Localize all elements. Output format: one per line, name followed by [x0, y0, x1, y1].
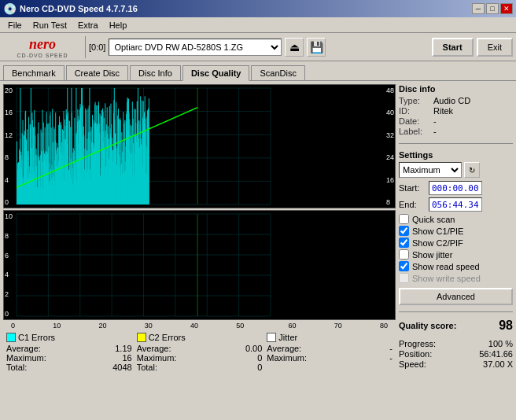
- jitter-legend-label: Jitter: [278, 333, 297, 342]
- menu-extra[interactable]: Extra: [73, 20, 103, 31]
- jitter-avg-row: Average: -: [267, 344, 393, 353]
- c2-legend: C2 Errors Average: 0.00 Maximum: 0 Total…: [137, 333, 263, 372]
- c1-total-val: 4048: [112, 363, 131, 372]
- c2-total-label: Total:: [137, 363, 157, 372]
- c2-max-label: Maximum:: [137, 353, 177, 363]
- show-c2pif-checkbox[interactable]: [399, 238, 409, 248]
- c2-total-val: 0: [257, 363, 262, 372]
- show-write-speed-checkbox[interactable]: [399, 273, 409, 283]
- x-20: 20: [98, 322, 106, 330]
- show-c1pie-label: Show C1/PIE: [412, 227, 463, 236]
- settings-refresh-button[interactable]: ↻: [464, 162, 480, 178]
- progress-section: Progress: 100 % Position: 56:41.66 Speed…: [399, 339, 513, 369]
- quick-scan-checkbox[interactable]: [399, 214, 409, 224]
- close-button[interactable]: ✕: [500, 3, 513, 14]
- menu-help[interactable]: Help: [105, 20, 132, 31]
- c1-legend-label: C1 Errors: [18, 333, 55, 342]
- type-value: Audio CD: [433, 96, 470, 105]
- label-label: Label:: [399, 127, 430, 136]
- save-icon-button[interactable]: 💾: [307, 38, 326, 57]
- c2-max-val: 0: [257, 353, 262, 363]
- x-0: 0: [11, 322, 15, 330]
- drive-dropdown[interactable]: Optiarc DVD RW AD-5280S 1.ZG: [109, 39, 282, 56]
- c1-avg-val: 1.19: [115, 344, 131, 353]
- tab-scan-disc[interactable]: ScanDisc: [251, 65, 304, 80]
- main-content: 20 16 12 8 4 0 48 40 32 24 16 8 10: [0, 81, 516, 377]
- position-row: Position: 56:41.66: [399, 349, 513, 359]
- disc-label-row: Label: -: [399, 127, 513, 136]
- y-top-right-24: 24: [386, 153, 394, 161]
- id-label: ID:: [399, 106, 430, 116]
- progress-value: 100 %: [488, 339, 513, 348]
- menu-run-test[interactable]: Run Test: [28, 20, 72, 31]
- x-70: 70: [334, 322, 342, 330]
- c1-total-row: Total: 4048: [6, 363, 132, 372]
- date-value: -: [433, 116, 437, 126]
- tab-benchmark[interactable]: Benchmark: [3, 65, 64, 80]
- start-button[interactable]: Start: [432, 38, 474, 57]
- legend: C1 Errors Average: 1.19 Maximum: 16 Tota…: [3, 331, 396, 374]
- show-c1pie-row: Show C1/PIE: [399, 226, 513, 236]
- jitter-legend: Jitter Average: - Maximum: -: [267, 333, 393, 372]
- tab-create-disc[interactable]: Create Disc: [66, 65, 128, 80]
- x-10: 10: [53, 322, 61, 330]
- jitter-max-label: Maximum:: [267, 353, 307, 363]
- show-read-speed-checkbox[interactable]: [399, 261, 409, 271]
- x-axis-labels: 0 10 20 30 40 50 60 70 80: [3, 322, 396, 330]
- eject-icon-button[interactable]: ⏏: [285, 38, 304, 57]
- c2-max-row: Maximum: 0: [137, 353, 263, 363]
- quick-scan-row: Quick scan: [399, 214, 513, 224]
- end-input[interactable]: [429, 197, 482, 212]
- speed-dropdown[interactable]: Maximum: [399, 162, 462, 178]
- show-read-speed-label: Show read speed: [412, 262, 480, 271]
- nero-subtitle: CD-DVD SPEED: [17, 53, 68, 58]
- position-value: 56:41.66: [479, 349, 513, 359]
- show-jitter-label: Show jitter: [412, 250, 452, 260]
- tab-disc-quality[interactable]: Disc Quality: [182, 65, 250, 81]
- c1-legend: C1 Errors Average: 1.19 Maximum: 16 Tota…: [6, 333, 132, 372]
- tab-bar: Benchmark Create Disc Disc Info Disc Qua…: [0, 61, 516, 81]
- top-chart: 20 16 12 8 4 0 48 40 32 24 16 8: [3, 84, 396, 208]
- show-jitter-checkbox[interactable]: [399, 249, 409, 260]
- start-label: Start:: [399, 183, 429, 193]
- progress-row: Progress: 100 %: [399, 339, 513, 348]
- tab-disc-info[interactable]: Disc Info: [130, 65, 181, 80]
- advanced-button[interactable]: Advanced: [399, 288, 513, 305]
- bottom-chart: 10 8 6 4 2 0: [3, 210, 396, 320]
- c1-total-label: Total:: [6, 363, 27, 372]
- right-panel: Disc info Type: Audio CD ID: Ritek Date:…: [399, 84, 513, 374]
- c1-legend-box: [6, 333, 16, 342]
- start-row: Start:: [399, 181, 513, 195]
- progress-label: Progress:: [399, 339, 436, 348]
- c1-max-val: 16: [122, 353, 131, 363]
- c1-max-label: Maximum:: [6, 353, 46, 363]
- type-label: Type:: [399, 96, 430, 105]
- start-input[interactable]: [429, 181, 482, 195]
- show-read-speed-row: Show read speed: [399, 261, 513, 271]
- menu-file[interactable]: File: [3, 20, 27, 31]
- end-label: End:: [399, 200, 429, 209]
- exit-button[interactable]: Exit: [477, 38, 513, 57]
- c2-avg-row: Average: 0.00: [137, 344, 263, 353]
- show-write-speed-label: Show write speed: [412, 274, 481, 283]
- x-30: 30: [145, 322, 153, 330]
- position-label: Position:: [399, 349, 432, 359]
- disc-info-section: Disc info Type: Audio CD ID: Ritek Date:…: [399, 84, 513, 137]
- divider-1: [399, 143, 513, 144]
- c1-max-row: Maximum: 16: [6, 353, 132, 363]
- jitter-max-val: -: [389, 353, 393, 363]
- c1-avg-label: Average:: [6, 344, 41, 353]
- maximize-button[interactable]: □: [486, 3, 499, 14]
- show-write-speed-row: Show write speed: [399, 273, 513, 283]
- settings-title: Settings: [399, 150, 513, 160]
- speed-label-quality: Speed:: [399, 359, 426, 369]
- id-row: ID: Ritek: [399, 106, 513, 116]
- show-c1pie-checkbox[interactable]: [399, 226, 409, 236]
- x-60: 60: [288, 322, 296, 330]
- c1-avg-row: Average: 1.19: [6, 344, 132, 353]
- c2-avg-label: Average:: [137, 344, 171, 353]
- show-jitter-row: Show jitter: [399, 249, 513, 260]
- window-title: Nero CD-DVD Speed 4.7.7.16: [20, 4, 138, 13]
- minimize-button[interactable]: ─: [472, 3, 485, 14]
- top-chart-canvas: [4, 85, 283, 208]
